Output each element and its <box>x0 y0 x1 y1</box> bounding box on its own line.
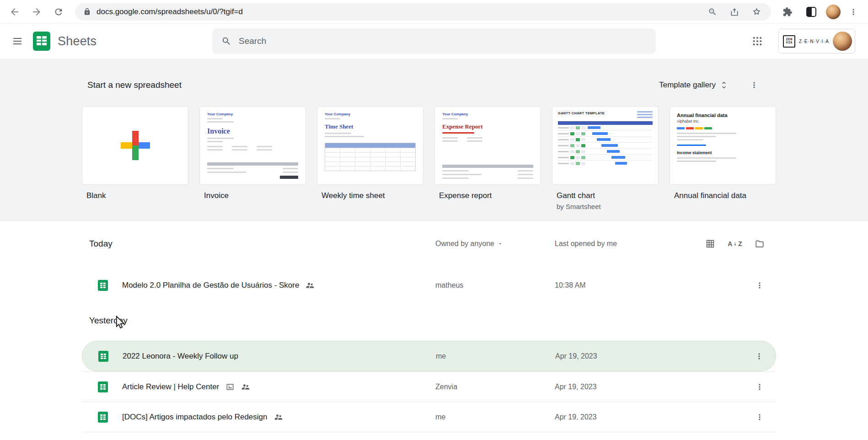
zoom-icon <box>708 7 717 16</box>
mini-table <box>325 143 416 171</box>
file-name: 2022 Leonora - Weekly Follow up <box>123 352 238 361</box>
refresh-button[interactable] <box>49 3 68 21</box>
file-name: [DOCs] Artigos impactados pelo Redesign <box>122 413 268 422</box>
caret-down-icon <box>498 241 503 247</box>
app-header: Sheets ZEN VIA Z·E·N·V·I·A <box>0 24 868 59</box>
search-input[interactable] <box>239 36 647 46</box>
sheets-logo-icon <box>31 31 52 52</box>
sheets-file-icon <box>96 279 122 292</box>
forward-button[interactable] <box>27 3 46 21</box>
sheets-logo[interactable] <box>31 31 52 52</box>
kebab-icon <box>750 80 759 90</box>
account-avatar[interactable] <box>833 32 852 51</box>
workspace-brand-badge: ZEN VIA Z·E·N·V·I·A <box>778 29 855 54</box>
main-menu-button[interactable] <box>5 29 29 53</box>
kebab-icon <box>755 413 764 422</box>
file-menu-button[interactable] <box>750 408 769 426</box>
file-row[interactable]: Modelo 2.0 Planilha de Gestão de Usuário… <box>82 270 776 300</box>
file-row[interactable]: [Attention] Artigos impactados pelo Rede… <box>82 432 776 440</box>
browser-menu-button[interactable] <box>846 3 861 21</box>
browser-toolbar: docs.google.com/spreadsheets/u/0/?tgif=d <box>0 0 868 24</box>
lock-icon <box>83 8 91 16</box>
file-owner: matheus <box>435 281 555 290</box>
app-title: Sheets <box>58 34 96 48</box>
template-card-annual-financial-data: Annual financial data Alphabet Inc. Inco… <box>670 106 776 210</box>
file-menu-button[interactable] <box>750 378 769 396</box>
shared-people-icon <box>241 382 250 392</box>
file-menu-button[interactable] <box>750 276 769 295</box>
back-button[interactable] <box>5 3 24 21</box>
template-thumbnail-blank[interactable] <box>82 106 188 185</box>
template-thumbnail-invoice[interactable]: Your Company Invoice <box>199 106 306 185</box>
apps-grid-icon <box>752 36 762 46</box>
file-menu-button[interactable] <box>750 438 769 440</box>
grid-view-button[interactable] <box>701 235 719 253</box>
template-gallery-button[interactable]: Template gallery <box>654 77 733 93</box>
url-text: docs.google.com/spreadsheets/u/0/?tgif=d <box>96 7 243 16</box>
template-thumbnail-expense-report[interactable]: Your Company Expense Report <box>434 106 541 185</box>
extensions-button[interactable] <box>778 3 797 21</box>
templates-section: Start a new spreadsheet Template gallery… <box>0 59 868 221</box>
group-heading-yesterday: Yesterday <box>82 309 776 333</box>
share-button[interactable] <box>728 5 741 18</box>
template-label: Invoice <box>204 191 306 200</box>
shared-people-icon <box>274 413 283 422</box>
kebab-icon <box>755 382 764 392</box>
template-card-invoice: Your Company Invoice Invoice <box>199 106 306 210</box>
open-file-picker-button[interactable] <box>750 235 769 253</box>
template-card-blank: Blank <box>82 106 188 210</box>
file-name: Modelo 2.0 Planilha de Gestão de Usuário… <box>122 281 299 290</box>
bookmark-star-button[interactable] <box>750 5 763 18</box>
star-icon <box>752 7 761 16</box>
decorative-color-strips <box>677 127 769 129</box>
zenvia-logo-icon: ZEN VIA <box>783 35 795 48</box>
owned-by-anyone-dropdown[interactable]: Owned by anyone <box>435 240 555 248</box>
google-apps-button[interactable] <box>746 30 768 52</box>
share-icon <box>730 7 739 16</box>
file-row[interactable]: Article Review | Help Center Zenvia Apr … <box>82 371 776 402</box>
file-owner: me <box>435 413 555 421</box>
sheets-file-icon <box>96 381 122 393</box>
template-thumbnail-gantt-chart[interactable]: GANTT CHART TEMPLATE <box>552 106 659 185</box>
forward-icon <box>31 6 42 17</box>
file-last-opened: 10:38 AM <box>555 281 743 290</box>
back-icon <box>9 6 20 17</box>
templates-heading: Start a new spreadsheet <box>87 80 182 90</box>
template-label: Weekly time sheet <box>321 191 423 200</box>
template-label: Annual financial data <box>674 191 776 200</box>
zoom-button[interactable] <box>706 5 719 18</box>
template-card-weekly-time-sheet: Your Company Time Sheet Weekly time shee… <box>317 106 423 210</box>
sheets-file-icon <box>96 411 122 424</box>
file-list-header: Today Owned by anyone Last opened by me … <box>82 233 776 255</box>
template-sublabel: by Smartsheet <box>557 203 659 210</box>
template-label: Gantt chart <box>557 191 659 200</box>
decorative-lines <box>637 111 653 118</box>
grid-view-icon <box>705 239 715 249</box>
file-menu-button[interactable] <box>750 347 768 365</box>
file-row[interactable]: 2022 Leonora - Weekly Follow up me Apr 1… <box>82 341 776 371</box>
pinned-extension-button[interactable] <box>802 3 820 21</box>
file-row[interactable]: [DOCs] Artigos impactados pelo Redesign … <box>82 402 776 432</box>
template-thumbnail-weekly-time-sheet[interactable]: Your Company Time Sheet <box>317 106 423 185</box>
address-bar[interactable]: docs.google.com/spreadsheets/u/0/?tgif=d <box>75 3 771 21</box>
new-blank-plus-icon <box>118 128 153 163</box>
shared-people-icon <box>305 281 315 290</box>
template-card-expense-report: Your Company Expense Report Expense repo… <box>434 106 541 210</box>
file-last-opened: Apr 19, 2023 <box>555 383 743 391</box>
last-opened-column-label[interactable]: Last opened by me <box>555 240 617 248</box>
sheets-file-icon <box>97 350 123 363</box>
template-label: Expense report <box>439 191 541 200</box>
sort-az-icon: AZ <box>728 240 742 247</box>
image-icon <box>225 382 235 392</box>
search-bar[interactable] <box>212 28 656 54</box>
kebab-icon <box>755 281 764 290</box>
sort-button[interactable]: AZ <box>726 235 744 253</box>
group-heading-today: Today <box>89 239 435 249</box>
folder-icon <box>755 239 765 249</box>
file-last-opened: Apr 19, 2023 <box>555 413 743 421</box>
file-owner: Zenvia <box>435 383 555 391</box>
template-thumbnail-annual-financial-data[interactable]: Annual financial data Alphabet Inc. Inco… <box>670 106 776 185</box>
side-panel-icon <box>806 7 816 17</box>
templates-more-button[interactable] <box>745 76 763 94</box>
browser-profile-avatar[interactable] <box>826 5 841 19</box>
